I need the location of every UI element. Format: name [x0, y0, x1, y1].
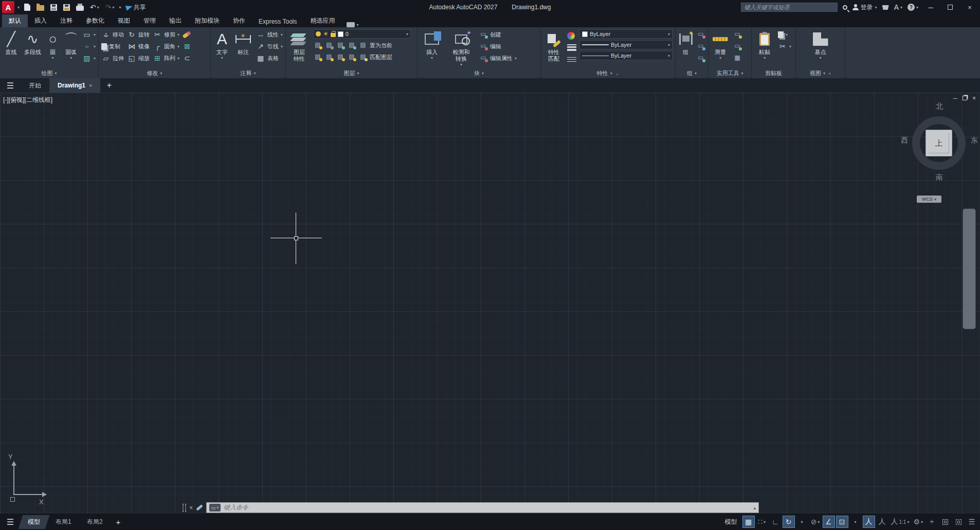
create-block-button[interactable]: ▭创建: [479, 29, 517, 40]
edit-attributes-button[interactable]: ▭编辑属性▾: [479, 53, 517, 63]
panel-block-label[interactable]: 块▾: [418, 68, 540, 78]
undo-button[interactable]: ↶▾: [88, 2, 101, 12]
sign-in-button[interactable]: 登录 ▾: [852, 3, 877, 12]
command-input-bar[interactable]: ▭▾ 键入命令 ▴: [206, 502, 759, 513]
tab-output[interactable]: 输出: [162, 14, 188, 27]
array-button[interactable]: ⊞阵列▾: [153, 53, 179, 63]
base-point-chevron-icon[interactable]: ▾: [819, 56, 821, 60]
annotation-scale-button[interactable]: 人1:1▾: [890, 516, 911, 528]
model-space-button[interactable]: 模型: [721, 518, 741, 526]
new-drawing-button[interactable]: [23, 3, 32, 12]
tab-express-tools[interactable]: Express Tools: [252, 16, 303, 27]
layer-unisolate-tool-icon[interactable]: ▤: [347, 53, 356, 61]
tab-manage[interactable]: 管理: [137, 14, 162, 27]
base-point-button[interactable]: 基点▾: [810, 29, 831, 68]
polar-settings[interactable]: ▾: [796, 516, 808, 528]
arc-button[interactable]: ⌒圆弧▾: [63, 29, 79, 68]
grid-toggle[interactable]: ▦: [742, 516, 755, 528]
file-tab-drawing1[interactable]: Drawing1×: [49, 78, 100, 93]
layer-lock-icon[interactable]: [331, 33, 336, 37]
drawing-canvas[interactable]: [-][俯视][二维线框] ─ × 上 北 南 西 东 WCS▾ Y X × ▭…: [0, 93, 980, 514]
tab-annotate[interactable]: 注释: [53, 14, 79, 27]
detect-chevron-icon[interactable]: ▾: [460, 62, 462, 67]
viewport-restore-icon[interactable]: [963, 96, 967, 100]
cut-clip-button[interactable]: ✂▾: [778, 41, 791, 51]
layer-off-tool-icon[interactable]: ▤: [313, 41, 322, 49]
layer-dropdown[interactable]: ☀ 0 ▾: [313, 29, 411, 39]
customize-button[interactable]: ☰: [966, 516, 978, 528]
dimension-button[interactable]: 标注: [234, 29, 253, 68]
offset-button[interactable]: ⊂: [183, 53, 192, 63]
scale-button[interactable]: ◱缩放: [127, 53, 150, 63]
color-wheel-button[interactable]: [567, 30, 576, 41]
panel-annotation-label[interactable]: 注释▾: [211, 68, 285, 78]
save-as-button[interactable]: [62, 3, 71, 12]
osnap-settings[interactable]: ▾: [849, 516, 862, 528]
autodesk-app-button[interactable]: A▾: [894, 3, 902, 11]
rotate-button[interactable]: ↻旋转: [127, 29, 150, 40]
layer-lock-tool-icon[interactable]: ▤: [347, 41, 356, 49]
minimize-button[interactable]: ─: [923, 4, 938, 11]
workspace-switch-button[interactable]: ⚙▾: [912, 516, 924, 528]
polyline-button[interactable]: ∿多段线: [23, 29, 42, 68]
tab-insert[interactable]: 插入: [28, 14, 53, 27]
paste-chevron-icon[interactable]: ▾: [764, 56, 766, 60]
leader-button[interactable]: ↗引线▾: [256, 41, 283, 51]
layout-tab-layout2[interactable]: 布局2: [77, 515, 112, 529]
viewcube-south-label[interactable]: 南: [936, 173, 943, 182]
viewcube-east-label[interactable]: 东: [971, 136, 978, 145]
layout-tab-model[interactable]: 模型: [19, 515, 50, 529]
hatch-button[interactable]: ▨▾: [82, 53, 96, 63]
linear-dimension-button[interactable]: ↔线性▾: [256, 29, 283, 40]
close-button[interactable]: ×: [963, 4, 977, 11]
viewport-minimize-icon[interactable]: ─: [953, 95, 957, 102]
app-menu-chevron-icon[interactable]: ▾: [17, 5, 20, 10]
command-line-wrench-icon[interactable]: [196, 504, 203, 511]
panel-clipboard-label[interactable]: 剪贴板: [752, 68, 795, 78]
layer-thaw-sun-icon[interactable]: ☀: [323, 30, 329, 38]
text-button[interactable]: A文字▾: [213, 29, 231, 68]
quick-calc-button[interactable]: ▦: [733, 53, 742, 63]
quick-select-button[interactable]: ▭: [733, 41, 742, 51]
file-tabs-menu-icon[interactable]: ☰: [0, 78, 21, 93]
isodraft-chevron-icon[interactable]: ▾: [818, 520, 820, 524]
explode-button[interactable]: ⊠: [183, 41, 192, 51]
panel-draw-label[interactable]: 绘图▾: [0, 68, 98, 78]
file-tab-start[interactable]: 开始: [21, 78, 49, 93]
object-color-dropdown[interactable]: ByLayer▾: [579, 29, 673, 39]
redo-button[interactable]: ↷▾: [104, 2, 116, 12]
tab-home[interactable]: 默认: [2, 14, 28, 27]
fillet-button[interactable]: ╭圆角▾: [153, 41, 179, 51]
viewport-close-icon[interactable]: ×: [972, 95, 976, 102]
panel-properties-expander-icon[interactable]: ⌄: [615, 71, 620, 76]
group-selection-button[interactable]: ▭: [696, 53, 705, 63]
ribbon-overflow-icon[interactable]: »: [828, 71, 831, 76]
trim-button[interactable]: ✂修剪▾: [153, 29, 179, 40]
panel-layers-label[interactable]: 图层▾: [286, 68, 417, 78]
qat-customize-chevron-icon[interactable]: ▾: [119, 5, 121, 10]
match-properties-button[interactable]: 特性匹配: [543, 29, 564, 68]
layout-tabs-menu-icon[interactable]: ☰: [0, 517, 21, 527]
command-line-close-icon[interactable]: ×: [189, 504, 193, 511]
undo-chevron-icon[interactable]: ▾: [97, 5, 99, 10]
panel-utilities-label[interactable]: 实用工具▾: [709, 68, 751, 78]
tab-addins[interactable]: 附加模块: [188, 14, 226, 27]
insert-block-button[interactable]: 插入▾: [420, 29, 444, 68]
rectangle-button[interactable]: ▭▾: [82, 29, 96, 40]
app-menu-button[interactable]: A: [2, 1, 14, 13]
ribbon-display-toggle[interactable]: ▾: [347, 22, 358, 27]
measure-button[interactable]: 测量▾: [711, 29, 730, 68]
viewport-controls[interactable]: [-][俯视][二维线框]: [3, 96, 52, 104]
id-point-button[interactable]: ▭: [733, 29, 742, 40]
layer-dropdown-chevron-icon[interactable]: ▾: [406, 32, 408, 37]
stretch-button[interactable]: ▱拉伸: [101, 53, 124, 63]
arc-chevron-icon[interactable]: ▾: [70, 56, 72, 60]
snap-chevron-icon[interactable]: ▾: [764, 520, 766, 524]
annotation-monitor-toggle[interactable]: ＋: [925, 516, 938, 528]
group-button[interactable]: 组: [678, 29, 693, 68]
maximize-button[interactable]: [943, 4, 957, 11]
tab-collaborate[interactable]: 协作: [226, 14, 252, 27]
lineweight-dropdown[interactable]: ByLayer▾: [579, 40, 673, 49]
copy-clip-button[interactable]: ▾: [778, 29, 791, 40]
mirror-button[interactable]: ⋈镜像: [127, 41, 150, 51]
